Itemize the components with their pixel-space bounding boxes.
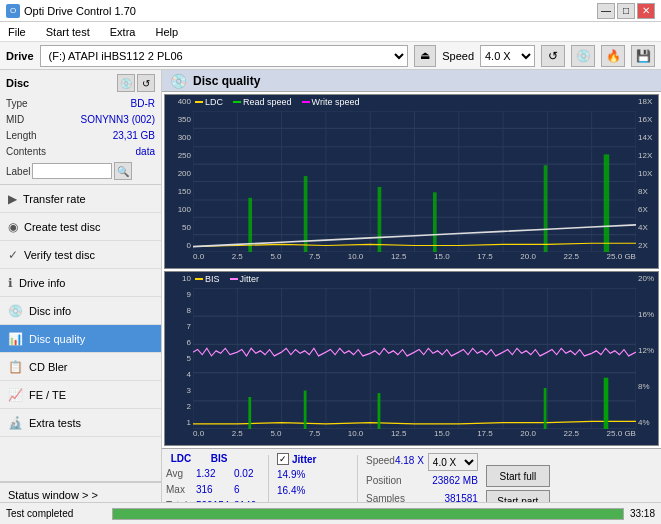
maximize-button[interactable]: □ [617,3,635,19]
jitter-header: Jitter [292,454,316,465]
svg-rect-24 [544,165,548,252]
charts-container: LDC Read speed Write speed [162,92,661,448]
disc-refresh-btn[interactable]: ↺ [137,74,155,92]
drive-info-icon: ℹ [8,276,13,290]
nav-disc-info[interactable]: 💿 Disc info [0,297,161,325]
speed-label: Speed [442,50,474,62]
svg-rect-25 [604,154,610,252]
nav-disc-quality-label: Disc quality [29,333,85,345]
nav-fe-te-label: FE / TE [29,389,66,401]
avg-bis: 0.02 [234,466,264,482]
chart-bis: BIS Jitter [164,271,659,446]
disc-button[interactable]: 💿 [571,45,595,67]
max-bis: 6 [234,482,264,498]
label-input[interactable] [32,163,112,179]
disc-panel-title: Disc [6,77,29,89]
disc-icon-btn[interactable]: 💿 [117,74,135,92]
menu-start-test[interactable]: Start test [42,24,94,40]
label-btn[interactable]: 🔍 [114,162,132,180]
chart2-x-axis: 0.0 2.5 5.0 7.5 10.0 12.5 15.0 17.5 20.0… [193,429,636,445]
bis-color [195,278,203,280]
nav-create-test-disc[interactable]: ◉ Create test disc [0,213,161,241]
jitter-legend: Jitter [230,274,260,284]
drive-label: Drive [6,50,34,62]
chart-ldc: LDC Read speed Write speed [164,94,659,269]
chart2-svg [193,288,636,429]
start-full-button[interactable]: Start full [486,465,550,487]
status-window-label: Status window > > [8,489,98,501]
eject-button[interactable]: ⏏ [414,45,436,67]
close-button[interactable]: ✕ [637,3,655,19]
chart-title-bar: 💿 Disc quality [162,70,661,92]
read-legend: Read speed [233,97,292,107]
menu-help[interactable]: Help [151,24,182,40]
title-bar: O Opti Drive Control 1.70 — □ ✕ [0,0,661,22]
ldc-header: LDC [166,453,196,464]
menu-extra[interactable]: Extra [106,24,140,40]
svg-rect-23 [433,192,437,252]
nav-extra-tests[interactable]: 🔬 Extra tests [0,409,161,437]
speed-stat-label: Speed [366,453,395,471]
svg-rect-45 [378,393,381,429]
bis-legend: BIS [195,274,220,284]
svg-rect-47 [604,378,609,429]
type-value: BD-R [131,96,155,112]
nav-disc-info-label: Disc info [29,305,71,317]
nav-drive-info-label: Drive info [19,277,65,289]
write-legend: Write speed [302,97,360,107]
minimize-button[interactable]: — [597,3,615,19]
app-icon: O [6,4,20,18]
nav-cd-bler-label: CD Bler [29,361,68,373]
bis-label: BIS [205,274,220,284]
create-test-disc-icon: ◉ [8,220,18,234]
svg-rect-43 [248,397,251,429]
read-color [233,101,241,103]
jitter-avg: 14.9% [277,467,349,483]
avg-ldc: 1.32 [196,466,226,482]
max-ldc: 316 [196,482,226,498]
nav-disc-quality[interactable]: 📊 Disc quality [0,325,161,353]
jitter-checkbox[interactable]: ✓ [277,453,289,465]
speed-stat-value: 4.18 X [395,453,424,471]
chart1-svg [193,111,636,252]
write-label: Write speed [312,97,360,107]
write-color [302,101,310,103]
speed-stat-select[interactable]: 4.0 X [428,453,478,471]
cd-bler-icon: 📋 [8,360,23,374]
save-button[interactable]: 💾 [631,45,655,67]
extra-tests-icon: 🔬 [8,416,23,430]
nav-fe-te[interactable]: 📈 FE / TE [0,381,161,409]
verify-test-disc-icon: ✓ [8,248,18,262]
bottom-time: 33:18 [630,508,655,519]
bis-header: BIS [204,453,234,464]
chart-title-icon: 💿 [170,73,187,89]
nav-create-test-disc-label: Create test disc [24,221,100,233]
menu-file[interactable]: File [4,24,30,40]
nav-drive-info[interactable]: ℹ Drive info [0,269,161,297]
ldc-color [195,101,203,103]
chart2-y-right: 4% 8% 12% 16% 20% [636,272,658,429]
chart-title: Disc quality [193,74,260,88]
svg-rect-46 [544,388,547,429]
nav-verify-test-disc[interactable]: ✓ Verify test disc [0,241,161,269]
transfer-rate-icon: ▶ [8,192,17,206]
nav-extra-tests-label: Extra tests [29,417,81,429]
contents-label: Contents [6,144,46,160]
position-value: 23862 MB [432,473,478,489]
nav-transfer-rate[interactable]: ▶ Transfer rate [0,185,161,213]
svg-rect-22 [378,187,382,252]
nav-cd-bler[interactable]: 📋 CD Bler [0,353,161,381]
avg-label: Avg [166,466,188,482]
drive-select[interactable]: (F:) ATAPI iHBS112 2 PL06 [40,45,409,67]
nav-items: ▶ Transfer rate ◉ Create test disc ✓ Ver… [0,185,161,481]
burn-button[interactable]: 🔥 [601,45,625,67]
max-label: Max [166,482,188,498]
refresh-button[interactable]: ↺ [541,45,565,67]
mid-label: MID [6,112,24,128]
svg-rect-44 [304,391,307,429]
position-label: Position [366,473,402,489]
ldc-legend: LDC [195,97,223,107]
speed-select[interactable]: 4.0 X [480,45,535,67]
chart1-legend: LDC Read speed Write speed [195,97,359,107]
contents-value: data [136,144,155,160]
